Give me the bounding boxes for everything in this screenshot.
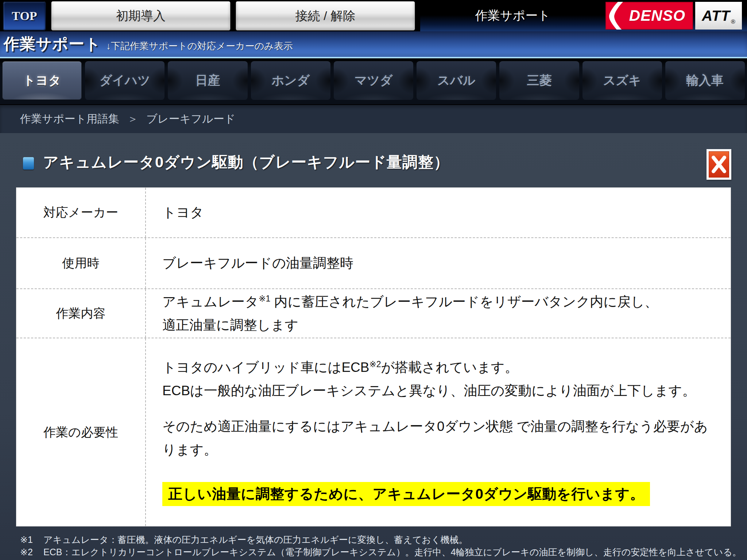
maker-tab-mitsubishi[interactable]: 三菱 [499, 61, 579, 100]
tab-connect-disconnect[interactable]: 接続 / 解除 [236, 1, 415, 31]
row-value: トヨタ [146, 188, 731, 237]
row-label: 作業内容 [16, 289, 146, 338]
row-value: アキュムレータ※1 内に蓄圧されたブレーキフルードをリザーバタンク内に戻し、 適… [146, 289, 731, 338]
breadcrumb-current: ブレーキフルード [146, 112, 235, 127]
maker-tab-suzuki[interactable]: スズキ [582, 61, 662, 100]
tab-initial-setup[interactable]: 初期導入 [51, 1, 231, 31]
table-row-usage: 使用時 ブレーキフルードの油量調整時 [16, 238, 731, 289]
footnote-ref-2: ※2 [369, 359, 381, 369]
logo-area: DENSO ATT ® [605, 0, 747, 31]
maker-tab-nissan[interactable]: 日産 [168, 61, 247, 100]
maker-tab-bar: トヨタ ダイハツ 日産 ホンダ マツダ スバル 三菱 スズキ 輸入車 [0, 58, 747, 105]
row-label: 対応メーカー [16, 188, 146, 237]
close-button[interactable] [707, 149, 731, 180]
breadcrumb-separator-icon: ＞ [127, 112, 138, 127]
section-title: 作業サポート [4, 34, 101, 55]
section-header: 作業サポート ↓下記作業サポートの対応メーカーのみ表示 [0, 31, 747, 58]
maker-tab-toyota[interactable]: トヨタ [2, 61, 82, 100]
table-row-necessity: 作業の必要性 トヨタのハイブリッド車にはECB※2が搭載されています。 ECBは… [16, 338, 731, 526]
row-value: トヨタのハイブリッド車にはECB※2が搭載されています。 ECBは一般的な油圧ブ… [146, 338, 731, 526]
section-subtitle: ↓下記作業サポートの対応メーカーのみ表示 [106, 36, 293, 52]
article-title-row: アキュムレータ0ダウン駆動（ブレーキフルード量調整） [0, 152, 747, 185]
maker-tab-subaru[interactable]: スバル [417, 61, 496, 100]
maker-tab-imported[interactable]: 輸入車 [665, 61, 745, 100]
maker-tab-mazda[interactable]: マツダ [334, 61, 413, 100]
info-table: 対応メーカー トヨタ 使用時 ブレーキフルードの油量調整時 作業内容 アキュムレ… [16, 188, 731, 526]
denso-logo: DENSO [605, 2, 693, 30]
row-label: 作業の必要性 [16, 338, 146, 526]
footnote-1: ※1 アキュムレータ：蓄圧機。液体の圧力エネルギーを気体の圧力エネルギーに変換し… [20, 533, 742, 546]
footnote-ref-1: ※1 [259, 293, 270, 303]
table-row-maker: 対応メーカー トヨタ [16, 188, 731, 238]
top-button[interactable]: TOP [3, 1, 46, 31]
breadcrumb: 作業サポート用語集 ＞ ブレーキフルード [0, 105, 747, 133]
maker-tab-daihatsu[interactable]: ダイハツ [85, 61, 165, 100]
att-logo: ATT ® [695, 2, 742, 30]
att-logo-text: ATT [702, 8, 730, 24]
highlighted-note: 正しい油量に調整するために、アキュムレータ0ダウン駆動を行います。 [162, 482, 650, 506]
article-title: アキュムレータ0ダウン駆動（ブレーキフルード量調整） [43, 152, 663, 172]
maker-tab-honda[interactable]: ホンダ [251, 61, 330, 100]
main-content: アキュムレータ0ダウン駆動（ブレーキフルード量調整） 対応メーカー トヨタ 使用… [0, 133, 747, 560]
title-bullet-icon [23, 157, 34, 170]
breadcrumb-parent[interactable]: 作業サポート用語集 [20, 112, 119, 127]
topbar: TOP 初期導入 接続 / 解除 作業サポート DENSO ATT ® [0, 0, 747, 31]
denso-swoosh-icon [605, 2, 693, 30]
row-value: ブレーキフルードの油量調整時 [146, 238, 731, 288]
close-x-icon [709, 151, 729, 178]
row-label: 使用時 [16, 238, 146, 288]
tab-work-support[interactable]: 作業サポート [420, 0, 605, 31]
table-row-work-detail: 作業内容 アキュムレータ※1 内に蓄圧されたブレーキフルードをリザーバタンク内に… [16, 289, 731, 338]
footnotes: ※1 アキュムレータ：蓄圧機。液体の圧力エネルギーを気体の圧力エネルギーに変換し… [20, 533, 742, 558]
footnote-2: ※2 ECB：エレクトリカリーコントロールブレーキシステム（電子制御ブレーキシス… [20, 546, 742, 558]
att-registered-mark: ® [731, 19, 735, 30]
